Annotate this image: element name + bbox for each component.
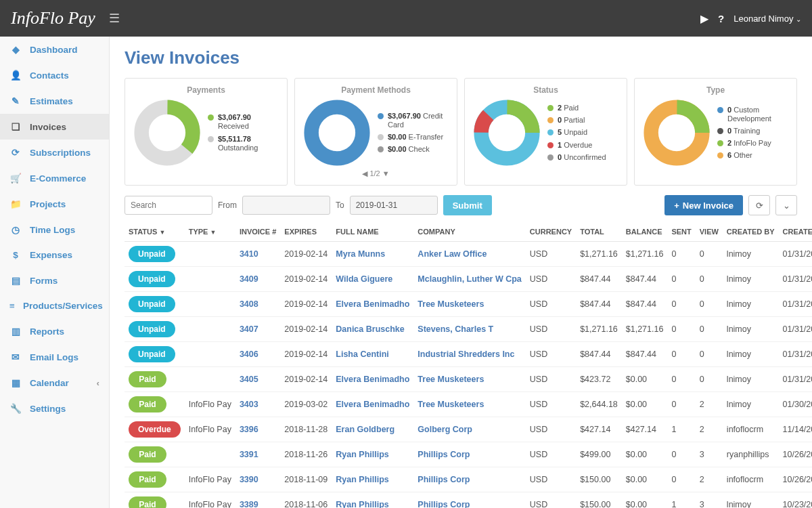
cell-full-name[interactable]: Elvera Benimadho (332, 392, 413, 417)
refresh-button[interactable]: ⟳ (748, 195, 770, 215)
cell-invoice-number[interactable]: 3408 (235, 292, 280, 317)
column-header[interactable]: CREATED ON (779, 222, 812, 242)
cell-company[interactable]: Anker Law Office (413, 242, 525, 267)
column-header[interactable]: CREATED BY (723, 222, 779, 242)
cell-full-name[interactable]: Danica Bruschke (332, 317, 413, 342)
cell-invoice-number[interactable]: 3409 (235, 267, 280, 292)
cell-company[interactable]: Phillips Corp (413, 492, 525, 509)
status-pill[interactable]: Paid (129, 446, 166, 463)
sidebar-item-e-commerce[interactable]: 🛒E-Commerce (0, 165, 109, 191)
status-pill[interactable]: Paid (129, 496, 166, 508)
sidebar-item-subscriptions[interactable]: ⟳Subscriptions (0, 140, 109, 165)
status-pill[interactable]: Unpaid (129, 321, 175, 337)
cell-invoice-number[interactable]: 3403 (235, 392, 280, 417)
email logs-icon: ✉ (9, 352, 22, 362)
column-header[interactable]: STATUS ▼ (125, 222, 185, 242)
sidebar-item-invoices[interactable]: ❏Invoices (0, 114, 109, 140)
column-header[interactable]: FULL NAME (332, 222, 413, 242)
cell-invoice-number[interactable]: 3389 (235, 492, 280, 509)
status-pill[interactable]: Overdue (129, 421, 181, 438)
cell-company[interactable]: Phillips Corp (413, 442, 525, 467)
column-header[interactable]: INVOICE # (235, 222, 280, 242)
sidebar-item-forms[interactable]: ▤Forms (0, 268, 109, 293)
cell-company[interactable]: Tree Musketeers (413, 367, 525, 392)
cell-full-name[interactable]: Ryan Phillips (332, 492, 413, 509)
from-date-input[interactable] (242, 196, 330, 215)
status-pill[interactable]: Unpaid (129, 346, 175, 362)
status-pill[interactable]: Unpaid (129, 271, 175, 287)
cell-expires: 2019-03-02 (280, 392, 332, 417)
youtube-icon[interactable]: ▶ (700, 12, 708, 25)
sidebar-item-projects[interactable]: 📁Projects (0, 191, 109, 217)
cell-company[interactable]: Golberg Corp (413, 417, 525, 442)
column-header[interactable]: COMPANY (413, 222, 525, 242)
sidebar-item-reports[interactable]: ▥Reports (0, 318, 109, 344)
cell-company[interactable]: Stevens, Charles T (413, 317, 525, 342)
sidebar-item-estimates[interactable]: ✎Estimates (0, 88, 109, 114)
cell-full-name[interactable]: Elvera Benimadho (332, 367, 413, 392)
cell-company[interactable]: Tree Musketeers (413, 292, 525, 317)
search-input[interactable] (125, 196, 212, 215)
invoices-table: STATUS ▼TYPE ▼INVOICE #EXPIRESFULL NAMEC… (125, 222, 812, 508)
cell-full-name[interactable]: Ryan Phillips (332, 467, 413, 492)
column-header[interactable]: TYPE ▼ (185, 222, 235, 242)
status-pill[interactable]: Unpaid (129, 296, 175, 312)
cell-invoice-number[interactable]: 3390 (235, 467, 280, 492)
cell-invoice-number[interactable]: 3405 (235, 367, 280, 392)
cell-company[interactable]: Phillips Corp (413, 467, 525, 492)
sidebar-item-contacts[interactable]: 👤Contacts (0, 62, 109, 88)
sidebar-item-calendar[interactable]: ▦Calendar‹ (0, 370, 109, 396)
column-header[interactable]: CURRENCY (526, 222, 576, 242)
sidebar-item-products-services[interactable]: ≡Products/Services (0, 293, 109, 318)
sidebar-item-settings[interactable]: 🔧Settings (0, 396, 109, 421)
invoices-icon: ❏ (9, 121, 22, 132)
cell-company[interactable]: Mclaughlin, Luther W Cpa (413, 267, 525, 292)
column-header[interactable]: TOTAL (576, 222, 622, 242)
more-menu-button[interactable]: ⌄ (775, 195, 797, 215)
status-pill[interactable]: Paid (129, 471, 166, 488)
status-pill[interactable]: Paid (129, 396, 166, 412)
menu-toggle-icon[interactable]: ☰ (109, 11, 120, 26)
cell-balance: $1,271.16 (622, 317, 668, 342)
column-header[interactable]: SENT (667, 222, 695, 242)
sidebar-item-expenses[interactable]: $Expenses (0, 242, 109, 268)
cell-total: $847.44 (576, 342, 622, 367)
sort-icon: ▼ (159, 229, 165, 236)
sidebar-item-time-logs[interactable]: ◷Time Logs (0, 217, 109, 242)
donut-chart-icon (133, 99, 201, 167)
cell-view: 2 (696, 467, 723, 492)
cell-company[interactable]: Tree Musketeers (413, 392, 525, 417)
legend-item: 2 Paid (547, 104, 606, 112)
column-header[interactable]: EXPIRES (280, 222, 332, 242)
submit-button[interactable]: Submit (443, 195, 492, 215)
cell-full-name[interactable]: Elvera Benimadho (332, 292, 413, 317)
cell-full-name[interactable]: Lisha Centini (332, 342, 413, 367)
cell-invoice-number[interactable]: 3410 (235, 242, 280, 267)
help-icon[interactable]: ? (718, 13, 724, 24)
cell-balance: $0.00 (622, 392, 668, 417)
column-header[interactable]: VIEW (696, 222, 723, 242)
status-pill[interactable]: Unpaid (129, 246, 175, 262)
status-pill[interactable]: Paid (129, 371, 166, 387)
cell-view: 0 (696, 292, 723, 317)
cell-total: $150.00 (576, 467, 622, 492)
cell-invoice-number[interactable]: 3396 (235, 417, 280, 442)
cell-full-name[interactable]: Myra Munns (332, 242, 413, 267)
cell-invoice-number[interactable]: 3406 (235, 342, 280, 367)
cell-full-name[interactable]: Eran Goldberg (332, 417, 413, 442)
column-header[interactable]: BALANCE (622, 222, 668, 242)
cell-type (185, 342, 235, 367)
cell-invoice-number[interactable]: 3407 (235, 317, 280, 342)
cell-full-name[interactable]: Ryan Phillips (332, 442, 413, 467)
user-menu[interactable]: Leonard Nimoy ⌄ (734, 14, 801, 24)
cell-sent: 0 (667, 267, 695, 292)
card-pager[interactable]: ◀ 1/2 ▼ (303, 169, 449, 178)
new-invoice-button[interactable]: +New Invoice (664, 195, 743, 215)
cell-invoice-number[interactable]: 3391 (235, 442, 280, 467)
cell-currency: USD (526, 267, 576, 292)
cell-company[interactable]: Industrial Shredders Inc (413, 342, 525, 367)
sidebar-item-dashboard[interactable]: ◆Dashboard (0, 37, 109, 62)
to-date-input[interactable] (350, 196, 438, 215)
cell-full-name[interactable]: Wilda Giguere (332, 267, 413, 292)
sidebar-item-email-logs[interactable]: ✉Email Logs (0, 344, 109, 370)
